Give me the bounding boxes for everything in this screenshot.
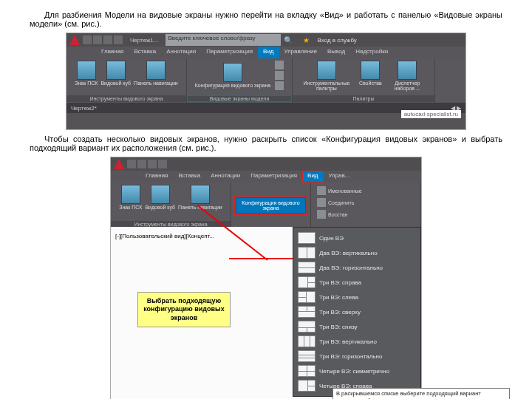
restore-icon[interactable] <box>275 81 284 90</box>
search-input[interactable]: Введите ключевое слово/фразу <box>166 34 281 46</box>
small-icon <box>317 210 326 219</box>
tab-надстройки[interactable]: Надстройки <box>350 47 393 58</box>
tab-аннотации[interactable]: Аннотации <box>205 171 245 183</box>
quick-access-toolbar[interactable] <box>127 160 167 168</box>
paragraph-2: Чтобы создать несколько видовых экранов,… <box>30 134 502 152</box>
viewport-label[interactable]: [-][Пользовательский вид][Концепт... <box>115 233 214 239</box>
callout-note: Выбрать подходящую конфигурацию видовых … <box>137 292 231 327</box>
panel-palettes: Палитры <box>293 95 434 102</box>
ribbon-button[interactable]: Видовой куб <box>100 61 131 86</box>
tab-аннотации[interactable]: Аннотации <box>161 47 201 58</box>
ribbon-small-button[interactable]: Соединить <box>317 198 354 207</box>
quick-access-toolbar[interactable] <box>83 35 123 44</box>
ribbon-2: Знак ПСКВидовой кубПанель навигации Инст… <box>111 183 421 228</box>
tab-вставка[interactable]: Вставка <box>129 47 161 58</box>
viewport-config-dropdown[interactable]: Один ВЭДва ВЭ: вертикальноДва ВЭ: горизо… <box>293 227 421 397</box>
ribbon-small-button[interactable]: Восстан <box>317 210 347 219</box>
viewport-layout-icon <box>298 276 316 288</box>
ribbon-icon <box>317 61 336 80</box>
viewport-layout-icon <box>298 262 316 273</box>
small-icon <box>317 198 326 207</box>
dropdown-item[interactable]: Три ВЭ: слева <box>293 290 420 304</box>
login-link[interactable]: Вход в службу <box>317 37 356 44</box>
ribbon-icon <box>146 61 166 80</box>
ribbon-icon <box>106 61 126 80</box>
ribbon-tabs-2: ГлавнаяВставкаАннотацииПараметризацияВид… <box>111 171 421 183</box>
viewport-layout-icon <box>298 247 316 259</box>
ribbon: Знак ПСКВидовой кубПанель навигации Инст… <box>66 58 466 103</box>
ribbon-icon <box>398 61 417 80</box>
tab-вставка[interactable]: Вставка <box>173 171 205 183</box>
viewport-layout-icon <box>298 335 316 347</box>
title-bar-2 <box>111 157 421 171</box>
tab-параметризация[interactable]: Параметризация <box>245 171 302 183</box>
tab-вид[interactable]: Вид <box>302 171 323 183</box>
tab-главная[interactable]: Главная <box>96 47 129 58</box>
arrow-icon <box>229 258 296 259</box>
viewport-layout-icon <box>298 350 316 362</box>
join-icon[interactable] <box>275 71 284 80</box>
named-icon[interactable] <box>275 61 284 69</box>
viewport-layout-icon <box>298 380 316 392</box>
tab-вывод[interactable]: Вывод <box>322 47 350 58</box>
viewport-layout-icon <box>298 232 316 244</box>
drawing-area[interactable]: [-][Пользовательский вид][Концепт... Выб… <box>111 227 421 399</box>
dropdown-item[interactable]: Два ВЭ: вертикально <box>293 245 420 260</box>
dropdown-item[interactable]: Три ВЭ: справа <box>293 275 420 290</box>
tab-вид[interactable]: Вид <box>258 47 279 58</box>
star-icon[interactable]: ★ <box>303 36 310 44</box>
panel-viewport-tools: Инструменты видового экрана <box>66 95 186 102</box>
tab-управ...[interactable]: Управ... <box>324 171 355 183</box>
viewport-config-button[interactable]: Конфигурация видового экрана <box>195 63 270 88</box>
dropdown-item[interactable]: Четыре ВЭ: симметрично <box>293 364 420 378</box>
viewport-layout-icon <box>298 365 316 377</box>
viewport-config-button[interactable]: Конфигурация видового экрана <box>236 197 306 214</box>
ribbon-button[interactable]: Видовой куб <box>145 185 175 210</box>
ribbon-tabs: ГлавнаяВставкаАннотацииПараметризацияВид… <box>66 47 466 58</box>
app-logo-icon <box>69 35 80 45</box>
tooltip: В раскрывшемся списке выберите подходящи… <box>332 388 510 399</box>
title-bar: Чертеж1... Введите ключевое слово/фразу … <box>66 33 466 47</box>
ribbon-button[interactable]: Инструментальные палитры <box>297 61 356 91</box>
ribbon-button[interactable]: Свойства <box>359 61 382 91</box>
dropdown-item[interactable]: Два ВЭ: горизонтально <box>293 260 420 275</box>
watermark: autocad-specialist.ru <box>401 110 461 118</box>
ribbon-button[interactable]: Панель навигации <box>134 61 178 86</box>
ribbon-icon <box>361 61 380 80</box>
tab-управление[interactable]: Управление <box>279 47 322 58</box>
viewport-config-icon <box>223 63 242 82</box>
paragraph-1: Для разбиения Модели на видовые экраны н… <box>30 10 502 28</box>
ribbon-icon <box>77 61 96 80</box>
ribbon-button[interactable]: Диспетчер наборов ... <box>385 61 430 91</box>
ribbon-icon <box>121 185 140 204</box>
screenshot-1: Чертеж1... Введите ключевое слово/фразу … <box>66 33 466 130</box>
dropdown-item[interactable]: Три ВЭ: горизонтально <box>293 349 420 364</box>
dropdown-item[interactable]: Три ВЭ: сверху <box>293 304 420 319</box>
ribbon-small-button[interactable]: Именованные <box>317 186 362 195</box>
search-icon[interactable]: 🔍 <box>284 36 293 44</box>
status-doc: Чертеж2* <box>71 105 97 112</box>
app-logo-icon <box>114 159 124 169</box>
viewport-layout-icon <box>298 321 316 332</box>
ribbon-button[interactable]: Знак ПСК <box>75 61 98 86</box>
small-icon <box>317 186 326 195</box>
ribbon-icon <box>191 185 210 204</box>
viewport-layout-icon <box>298 306 316 318</box>
tab-параметризация[interactable]: Параметризация <box>201 47 258 58</box>
panel-model-viewports: Видовые экраны модели <box>187 95 292 102</box>
screenshot-2: ГлавнаяВставкаАннотацииПараметризацияВид… <box>110 157 422 399</box>
ribbon-button[interactable]: Знак ПСК <box>119 185 142 210</box>
tab-главная[interactable]: Главная <box>140 171 173 183</box>
ribbon-icon <box>151 185 170 204</box>
viewport-layout-icon <box>298 291 316 303</box>
doc-title: Чертеж1... <box>130 37 158 44</box>
dropdown-item[interactable]: Три ВЭ: вертикально <box>293 334 420 349</box>
dropdown-item[interactable]: Три ВЭ: снизу <box>293 319 420 334</box>
dropdown-item[interactable]: Один ВЭ <box>293 231 420 245</box>
